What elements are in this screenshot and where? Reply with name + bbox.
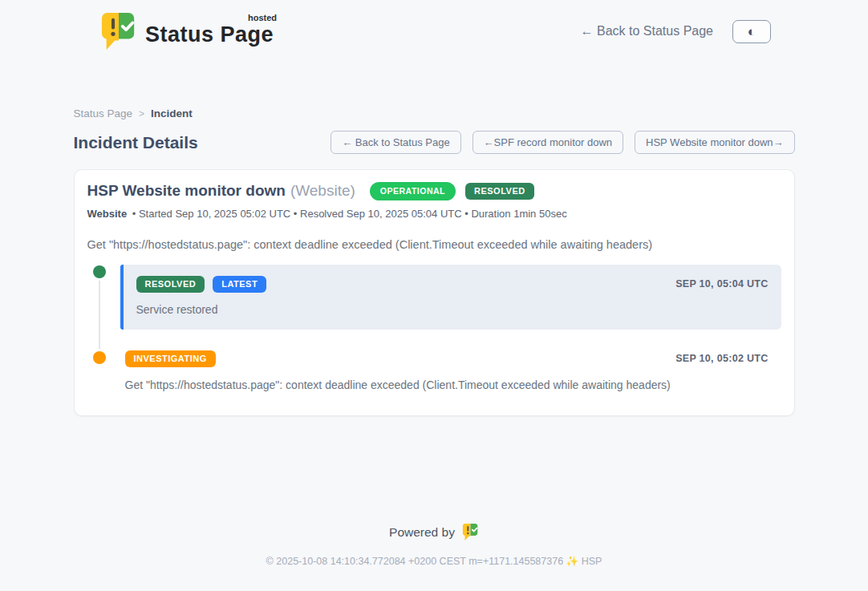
incident-component: (Website) bbox=[290, 182, 355, 200]
incident-meta-component: Website bbox=[87, 208, 128, 220]
timeline-message: Service restored bbox=[136, 303, 769, 316]
title-row: Incident Details ← Back to Status Page ←… bbox=[74, 131, 795, 154]
powered-by-label: Powered by bbox=[389, 525, 455, 540]
incident-card-title-row: HSP Website monitor down (Website) OPERA… bbox=[87, 182, 781, 200]
timeline-dot-green bbox=[93, 265, 106, 278]
next-incident-button[interactable]: HSP Website monitor down→ bbox=[635, 131, 794, 154]
incident-timeline: RESOLVED LATEST SEP 10, 05:04 UTC Servic… bbox=[87, 265, 781, 391]
timeline-badges: INVESTIGATING bbox=[125, 350, 216, 367]
timeline-update-header: RESOLVED LATEST SEP 10, 05:04 UTC bbox=[136, 276, 769, 293]
main-content: Status Page > Incident Incident Details … bbox=[74, 107, 795, 416]
timeline-update-plain: INVESTIGATING SEP 10, 05:02 UTC Get "htt… bbox=[120, 350, 781, 391]
breadcrumb-status-page[interactable]: Status Page bbox=[74, 107, 133, 119]
breadcrumb: Status Page > Incident bbox=[74, 107, 795, 119]
header: hosted Status Page ← Back to Status Page… bbox=[0, 0, 868, 58]
breadcrumb-incident: Incident bbox=[151, 107, 193, 119]
logo-text: Status Page bbox=[145, 22, 274, 47]
investigating-badge: INVESTIGATING bbox=[125, 350, 216, 367]
timeline-message: Get "https://hostedstatus.page": context… bbox=[125, 378, 769, 391]
page-title: Incident Details bbox=[74, 133, 198, 152]
timeline-update-highlighted: RESOLVED LATEST SEP 10, 05:04 UTC Servic… bbox=[120, 265, 781, 330]
powered-by: Powered by bbox=[0, 523, 868, 541]
prev-incident-button[interactable]: ←SPF record monitor down bbox=[473, 131, 623, 154]
timeline-update-header: INVESTIGATING SEP 10, 05:02 UTC bbox=[125, 350, 769, 367]
back-to-status-page-button[interactable]: ← Back to Status Page bbox=[331, 131, 460, 154]
logo-hosted-label: hosted bbox=[248, 13, 277, 22]
latest-badge: LATEST bbox=[213, 276, 266, 293]
incident-description: Get "https://hostedstatus.page": context… bbox=[87, 238, 781, 251]
breadcrumb-separator: > bbox=[139, 108, 144, 119]
resolved-badge: RESOLVED bbox=[136, 276, 205, 293]
theme-toggle-button[interactable]: ◐ bbox=[732, 20, 771, 43]
incident-card: HSP Website monitor down (Website) OPERA… bbox=[74, 169, 795, 416]
header-back-to-status-page-link[interactable]: ← Back to Status Page bbox=[581, 24, 713, 38]
timeline-badges: RESOLVED LATEST bbox=[136, 276, 267, 293]
copyright-line: © 2025-10-08 14:10:34.772084 +0200 CEST … bbox=[0, 555, 868, 567]
footer: Powered by © 2025-10-08 14:10:34.772084 … bbox=[0, 523, 868, 567]
status-page-bubble-icon[interactable] bbox=[462, 523, 479, 541]
operational-status-badge: OPERATIONAL bbox=[370, 182, 456, 200]
status-page-logo[interactable]: hosted Status Page bbox=[100, 11, 274, 51]
timeline-item-investigating: INVESTIGATING SEP 10, 05:02 UTC Get "htt… bbox=[120, 350, 781, 391]
header-right: ← Back to Status Page ◐ bbox=[581, 20, 771, 43]
resolved-state-badge: RESOLVED bbox=[465, 183, 534, 200]
incident-meta-details: • Started Sep 10, 2025 05:02 UTC • Resol… bbox=[132, 208, 567, 220]
timeline-item-resolved: RESOLVED LATEST SEP 10, 05:04 UTC Servic… bbox=[120, 265, 781, 330]
timeline-dot-orange bbox=[93, 351, 106, 364]
incident-title: HSP Website monitor down bbox=[87, 182, 286, 200]
incident-meta-line: Website • Started Sep 10, 2025 05:02 UTC… bbox=[87, 208, 781, 220]
timeline-timestamp: SEP 10, 05:02 UTC bbox=[675, 353, 768, 364]
half-circle-contrast-icon: ◐ bbox=[748, 25, 756, 38]
incident-nav-buttons: ← Back to Status Page ←SPF record monito… bbox=[331, 131, 794, 154]
logo-text-wrap: hosted Status Page bbox=[145, 16, 274, 47]
timeline-timestamp: SEP 10, 05:04 UTC bbox=[675, 278, 768, 289]
status-page-bubble-icon bbox=[100, 11, 137, 51]
